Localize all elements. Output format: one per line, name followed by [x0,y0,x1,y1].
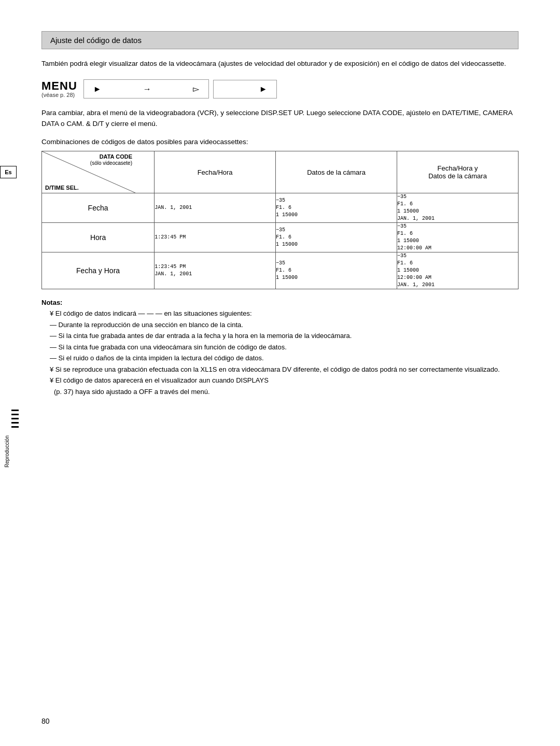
table-header-topleft: DATA CODE (sólo videocasete) D/TIME SEL. [42,151,155,193]
hora-col3-l4: 12:00:00 AM [397,245,431,251]
col3-line1: Fecha/Hora y [437,164,478,172]
data-cell-fecha-col1: JAN. 1, 2001 [155,193,276,223]
col-header-1: Fecha/Hora [155,151,276,193]
fecha-col2-l3: 1 15000 [276,212,298,218]
menu-arrow-2: → [143,85,151,94]
menu-diagram: MENU (véase p. 28) ► → ▻ ► [41,79,519,98]
fechahora-col3-l1: −35 [397,253,407,259]
page: Es Reproducción Ajuste del código de dat… [0,0,560,746]
section-header: Ajuste del código de datos [41,31,519,49]
diag-top-text: DATA CODE (sólo videocasete) [90,153,132,166]
menu-label: MENU [41,80,77,92]
combi-text: Combinaciones de códigos de datos posibl… [41,138,519,146]
fechahora-col1-l2: JAN. 1, 2001 [155,271,192,277]
hora-col1-text: 1:23:45 PM [155,234,186,240]
table-row: Hora 1:23:45 PM −35 F1. 6 1 15000 −35 F1… [42,223,519,252]
intro-text: También podrá elegir visualizar datos de… [41,59,519,69]
v-line-5 [11,426,19,428]
row-label-hora: Hora [42,223,155,252]
fechahora-col1-l1: 1:23:45 PM [155,264,186,270]
data-table: DATA CODE (sólo videocasete) D/TIME SEL.… [41,151,519,289]
note-text-7: El código de datos aparecerá en el visua… [55,376,269,384]
menu-arrow-3: ▻ [193,84,199,94]
fechahora-col3-l5: JAN. 1, 2001 [397,282,435,288]
note-text-1: El código de datos indicará — — — en las… [55,309,252,317]
row-label-fechahora: Fecha y Hora [42,252,155,289]
hora-col2-l2: F1. 6 [276,234,291,240]
menu-arrow-4: ► [259,85,268,94]
data-cell-fechahora-col2: −35 F1. 6 1 15000 [276,252,397,289]
fecha-col3-l4: JAN. 1, 2001 [397,216,435,221]
v-line-1 [11,410,19,411]
side-text: Reproducción [4,435,10,468]
data-cell-hora-col1: 1:23:45 PM [155,223,276,252]
hora-col2-l3: 1 15000 [276,242,298,247]
fecha-col3-l3: 1 15000 [397,208,419,214]
fecha-col3-l1: −35 [397,194,407,200]
menu-flow-text-2 [157,85,188,93]
note-item-7: ¥ El código de datos aparecerá en el vis… [41,375,519,386]
note-yen-2: ¥ [50,365,55,373]
fechahora-col3-l4: 12:00:00 AM [397,275,431,280]
notes-section: Notas: ¥ El código de datos indicará — —… [41,299,519,397]
fechahora-col3-l3: 1 15000 [397,268,419,273]
hora-col3-l3: 1 15000 [397,238,419,244]
note-item-6: ¥ Si se reproduce una grabación efectuad… [41,364,519,375]
fechahora-col2-l3: 1 15000 [276,275,298,280]
note-item-8: (p. 37) haya sido ajustado a OFF a travé… [41,387,519,397]
note-item-1: ¥ El código de datos indicará — — — en l… [41,308,519,319]
data-cell-fechahora-col3: −35 F1. 6 1 15000 12:00:00 AM JAN. 1, 20… [397,252,519,289]
fecha-col2-l1: −35 [276,198,285,203]
page-number: 80 [41,717,50,725]
notes-title: Notas: [41,299,519,306]
para-text: Para cambiar, abra el menú de la videogr… [41,108,519,130]
hora-col3-l2: F1. 6 [397,231,413,236]
v-line-2 [11,414,19,415]
col-header-3: Fecha/Hora y Datos de la cámara [397,151,519,193]
data-cell-hora-col3: −35 F1. 6 1 15000 12:00:00 AM [397,223,519,252]
fechahora-col3-l2: F1. 6 [397,260,413,266]
note-text-6: Si se reproduce una grabación efectuada … [55,365,500,373]
row-label-fecha: Fecha [42,193,155,223]
fecha-col1-text: JAN. 1, 2001 [155,205,192,210]
data-cell-fecha-col2: −35 F1. 6 1 15000 [276,193,397,223]
table-row: Fecha JAN. 1, 2001 −35 F1. 6 1 15000 −35… [42,193,519,223]
note-yen-3: ¥ [50,376,55,384]
note-item-4: — Si la cinta fue grabada con una videoc… [41,342,519,353]
vertical-decoration [11,410,19,428]
menu-flow2-text [223,85,254,93]
menu-flow-text-1 [107,85,138,93]
fechahora-col2-l1: −35 [276,260,285,266]
v-line-3 [11,418,19,419]
fechahora-col2-l2: F1. 6 [276,268,291,273]
note-yen-1: ¥ [50,309,55,317]
table-row: Fecha y Hora 1:23:45 PM JAN. 1, 2001 −35… [42,252,519,289]
note-item-3: — Si la cinta fue grabada antes de dar e… [41,331,519,341]
note-item-2: — Durante la reproducción de una sección… [41,320,519,330]
hora-col2-l1: −35 [276,227,285,233]
data-cell-hora-col2: −35 F1. 6 1 15000 [276,223,397,252]
diagonal-header: DATA CODE (sólo videocasete) D/TIME SEL. [42,151,135,193]
menu-label-box: MENU (véase p. 28) [41,80,77,98]
hora-col3-l1: −35 [397,223,407,229]
menu-arrow-1: ► [93,85,102,94]
diag-top-sub: (sólo videocasete) [90,160,132,166]
note-item-5: — Si el ruido o daños de la cinta impide… [41,353,519,363]
menu-flow-2: ► [213,80,277,98]
fecha-col2-l2: F1. 6 [276,205,291,210]
col3-line2: Datos de la cámara [428,172,487,180]
col-header-2: Datos de la cámara [276,151,397,193]
menu-flow-1: ► → ▻ [83,79,209,98]
fecha-col3-l2: F1. 6 [397,201,413,207]
data-cell-fechahora-col1: 1:23:45 PM JAN. 1, 2001 [155,252,276,289]
es-badge: Es [0,166,17,178]
notes-list: ¥ El código de datos indicará — — — en l… [41,308,519,397]
diag-bottom-text: D/TIME SEL. [45,185,79,191]
v-line-4 [11,422,19,424]
data-cell-fecha-col3: −35 F1. 6 1 15000 JAN. 1, 2001 [397,193,519,223]
menu-sub: (véase p. 28) [41,92,75,98]
